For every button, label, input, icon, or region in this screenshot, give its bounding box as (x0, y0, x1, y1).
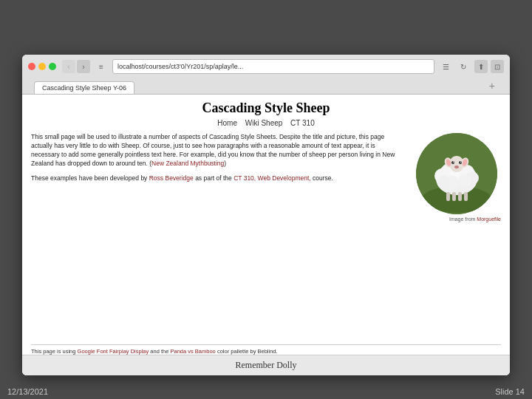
forward-button[interactable]: › (77, 60, 90, 73)
svg-point-18 (453, 162, 454, 163)
tab-label: Cascading Style Sheep Y-06 (42, 84, 126, 92)
svg-point-20 (454, 166, 459, 168)
page-body: This small page will be used to illustra… (31, 133, 501, 222)
svg-rect-23 (458, 192, 462, 201)
browser-content: Cascading Style Sheep Home Wiki Sheep CT… (22, 95, 510, 375)
page-text: This small page will be used to illustra… (31, 133, 405, 222)
traffic-lights (28, 63, 56, 70)
svg-point-17 (459, 161, 462, 164)
browser-tab[interactable]: Cascading Style Sheep Y-06 (34, 81, 134, 94)
browser-tabbar: Cascading Style Sheep Y-06 + (28, 78, 504, 94)
maximize-button[interactable] (49, 63, 56, 70)
image-caption: Image from Morguefile (412, 216, 501, 222)
slide-footer: 12/13/2021 Slide 14 (7, 387, 525, 396)
page-image-area: Image from Morguefile (412, 133, 501, 222)
url-text: localhost/courses/ct3'0/Yr201/sp/aplay/l… (117, 63, 243, 70)
svg-point-19 (460, 162, 461, 163)
slide-number: Slide 14 (495, 387, 525, 396)
morguefile-link[interactable]: Morguefile (477, 216, 501, 222)
page-heading: Cascading Style Sheep (31, 100, 501, 116)
svg-point-8 (458, 174, 471, 188)
footer-font-link[interactable]: Google Font Fairplay Display (78, 348, 149, 355)
paragraph-2: These examples have been developed by Ro… (31, 174, 405, 183)
back-button[interactable]: ‹ (62, 60, 75, 73)
sheep-image (416, 133, 497, 214)
close-button[interactable] (28, 63, 35, 70)
remember-dolly: Remember Dolly (22, 355, 510, 375)
new-tab-plus[interactable]: + (489, 81, 495, 91)
page-nav: Home Wiki Sheep CT 310 (31, 119, 501, 127)
menu-icon[interactable]: ☰ (439, 60, 452, 73)
browser-chrome: ‹ › ≡ localhost/courses/ct3'0/Yr201/sp/a… (22, 55, 510, 95)
link-ct310[interactable]: CT 310, Web Development, (233, 174, 311, 182)
footer-color-link[interactable]: Panda vs Bamboo (170, 348, 215, 355)
svg-rect-21 (446, 192, 450, 201)
browser-titlebar: ‹ › ≡ localhost/courses/ct3'0/Yr201/sp/a… (28, 59, 504, 74)
window-controls-right: ⬆ ⊡ (474, 60, 504, 73)
svg-rect-24 (464, 192, 468, 201)
svg-rect-22 (452, 192, 456, 201)
svg-point-16 (451, 161, 454, 164)
webpage: Cascading Style Sheep Home Wiki Sheep CT… (22, 95, 510, 375)
link-ross-beveridge[interactable]: Ross Beveridge (149, 174, 194, 182)
share-button[interactable]: ⬆ (474, 60, 488, 73)
slide-date: 12/13/2021 (7, 387, 48, 396)
nav-buttons: ‹ › (62, 60, 90, 73)
nav-home[interactable]: Home (217, 119, 237, 127)
nav-wiki-sheep[interactable]: Wiki Sheep (245, 119, 283, 127)
refresh-icon[interactable]: ↻ (457, 60, 470, 73)
nav-ct310[interactable]: CT 310 (290, 119, 315, 127)
page-footer: This page is using Google Font Fairplay … (31, 344, 501, 355)
paragraph-1: This small page will be used to illustra… (31, 133, 405, 168)
minimize-button[interactable] (38, 63, 46, 70)
svg-point-10 (438, 175, 450, 187)
browser-window: ‹ › ≡ localhost/courses/ct3'0/Yr201/sp/a… (22, 55, 510, 375)
reader-icon: ≡ (95, 60, 108, 73)
new-tab-button[interactable]: ⊡ (491, 60, 504, 73)
address-bar[interactable]: localhost/courses/ct3'0/Yr201/sp/aplay/l… (112, 59, 434, 74)
link-nz-mythbusting[interactable]: New Zealand Mythbusting (151, 160, 224, 167)
